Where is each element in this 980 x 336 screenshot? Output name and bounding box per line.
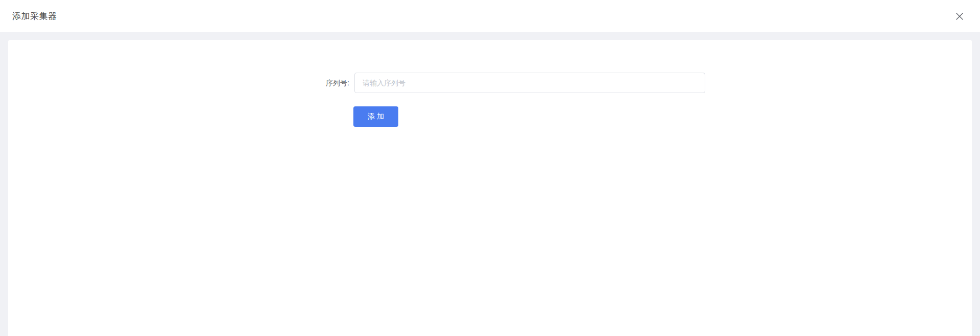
close-icon xyxy=(955,12,964,20)
serial-number-input[interactable] xyxy=(354,73,705,93)
close-button[interactable] xyxy=(954,11,965,21)
add-button[interactable]: 添 加 xyxy=(353,106,398,127)
add-collector-page: 添加采集器 序列号: 添 加 xyxy=(0,0,980,336)
page-title: 添加采集器 xyxy=(12,10,57,22)
form-panel: 序列号: 添 加 xyxy=(8,40,972,336)
content-background: 序列号: 添 加 xyxy=(0,32,980,336)
serial-number-label: 序列号: xyxy=(8,73,349,93)
page-header: 添加采集器 xyxy=(0,0,980,32)
